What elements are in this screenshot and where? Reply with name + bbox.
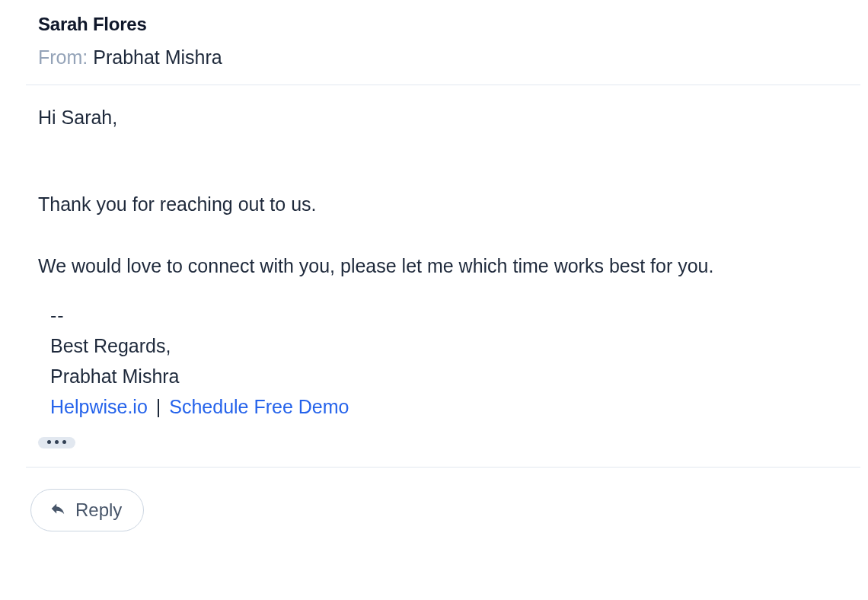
reply-label: Reply (75, 501, 122, 519)
signature-closing: Best Regards, (50, 330, 848, 361)
greeting: Hi Sarah, (38, 102, 848, 133)
email-body: Hi Sarah, Thank you for reaching out to … (26, 85, 860, 468)
paragraph-2: We would love to connect with you, pleas… (38, 251, 848, 282)
from-label: From: (38, 46, 88, 68)
show-trimmed-content[interactable] (38, 437, 75, 448)
reply-icon (49, 500, 66, 520)
email-header: Sarah Flores From: Prabhat Mishra (26, 0, 860, 85)
ellipsis-icon (47, 440, 66, 444)
helpwise-link[interactable]: Helpwise.io (50, 396, 148, 417)
paragraph-1: Thank you for reaching out to us. (38, 189, 848, 220)
link-separator: | (153, 396, 164, 417)
from-line: From: Prabhat Mishra (38, 46, 848, 69)
schedule-demo-link[interactable]: Schedule Free Demo (169, 396, 349, 417)
recipient-name: Sarah Flores (38, 14, 848, 35)
from-name: Prabhat Mishra (93, 46, 222, 68)
signature-delimiter (50, 300, 848, 330)
email-actions: Reply (26, 468, 860, 531)
signature: Best Regards, Prabhat Mishra Helpwise.io… (38, 300, 848, 422)
reply-button[interactable]: Reply (30, 489, 144, 531)
signature-name: Prabhat Mishra (50, 361, 848, 391)
signature-links: Helpwise.io | Schedule Free Demo (50, 391, 848, 422)
